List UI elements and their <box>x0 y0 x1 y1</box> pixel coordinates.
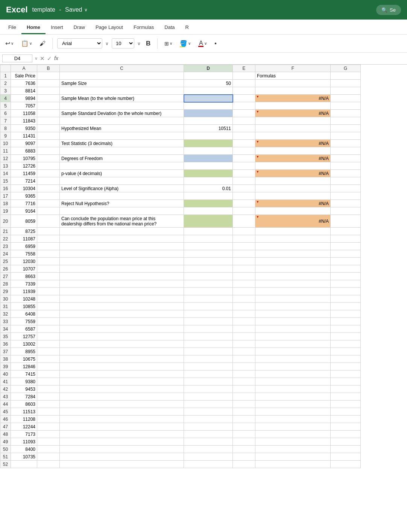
cell-a42[interactable]: 9453 <box>11 385 37 393</box>
cell-c48[interactable] <box>60 431 184 438</box>
cell-b36[interactable] <box>37 340 60 348</box>
cell-a46[interactable]: 11208 <box>11 416 37 423</box>
cell-f35[interactable] <box>255 333 331 340</box>
cell-a48[interactable]: 7173 <box>11 431 37 438</box>
row-header[interactable]: 43 <box>0 393 11 401</box>
cell-d2[interactable]: 50 <box>184 80 233 87</box>
cell-d41[interactable] <box>184 378 233 385</box>
row-header[interactable]: 48 <box>0 431 11 438</box>
cell-d46[interactable] <box>184 416 233 423</box>
cell-f4[interactable]: ▼#N/A <box>255 95 331 102</box>
cell-e4[interactable] <box>233 95 255 102</box>
cell-d43[interactable] <box>184 393 233 401</box>
cell-g51[interactable] <box>331 453 361 461</box>
cell-f9[interactable] <box>255 132 331 140</box>
cell-e25[interactable] <box>233 258 255 265</box>
paste-button[interactable]: 📋∨ <box>19 38 34 48</box>
row-header[interactable]: 51 <box>0 453 11 461</box>
row-header[interactable]: 12 <box>0 155 11 162</box>
row-header[interactable]: 21 <box>0 228 11 235</box>
col-header-f[interactable]: F <box>255 65 331 72</box>
cell-c42[interactable] <box>60 385 184 393</box>
cell-a5[interactable]: 7057 <box>11 102 37 110</box>
cell-e42[interactable] <box>233 385 255 393</box>
cell-d21[interactable] <box>184 228 233 235</box>
cell-d45[interactable] <box>184 408 233 416</box>
cell-g44[interactable] <box>331 401 361 408</box>
row-header[interactable]: 15 <box>0 177 11 185</box>
cell-d5[interactable] <box>184 102 233 110</box>
cell-a16[interactable]: 10304 <box>11 185 37 192</box>
cell-e23[interactable] <box>233 243 255 250</box>
cell-d3[interactable] <box>184 87 233 95</box>
cell-g17[interactable] <box>331 192 361 200</box>
cell-b14[interactable] <box>37 170 60 177</box>
cell-b6[interactable] <box>37 110 60 117</box>
format-painter-button[interactable]: 🖌 <box>37 39 48 48</box>
cell-b46[interactable] <box>37 416 60 423</box>
row-header[interactable]: 30 <box>0 295 11 303</box>
cell-g11[interactable] <box>331 147 361 155</box>
cell-c30[interactable] <box>60 295 184 303</box>
cell-a8[interactable]: 9350 <box>11 125 37 132</box>
row-header[interactable]: 32 <box>0 310 11 318</box>
cell-c51[interactable] <box>60 453 184 461</box>
tab-formulas[interactable]: Formulas <box>128 21 159 34</box>
cell-e36[interactable] <box>233 340 255 348</box>
cell-b49[interactable] <box>37 438 60 446</box>
cell-e17[interactable] <box>233 192 255 200</box>
cell-g3[interactable] <box>331 87 361 95</box>
cell-f33[interactable] <box>255 318 331 325</box>
cell-f44[interactable] <box>255 401 331 408</box>
cell-d24[interactable] <box>184 250 233 258</box>
cell-d32[interactable] <box>184 310 233 318</box>
cell-g16[interactable] <box>331 185 361 192</box>
cell-c33[interactable] <box>60 318 184 325</box>
cell-d6[interactable] <box>184 110 233 117</box>
row-header[interactable]: 23 <box>0 243 11 250</box>
cell-e37[interactable] <box>233 348 255 355</box>
cell-f19[interactable] <box>255 207 331 215</box>
cell-c41[interactable] <box>60 378 184 385</box>
tab-pagelayout[interactable]: Page Layout <box>90 21 128 34</box>
row-header[interactable]: 31 <box>0 303 11 310</box>
cell-e2[interactable] <box>233 80 255 87</box>
cell-f13[interactable] <box>255 162 331 170</box>
tab-file[interactable]: File <box>3 21 21 34</box>
cell-f39[interactable] <box>255 363 331 370</box>
row-header[interactable]: 38 <box>0 355 11 363</box>
cell-f2[interactable] <box>255 80 331 87</box>
cell-d29[interactable] <box>184 288 233 295</box>
row-header[interactable]: 2 <box>0 80 11 87</box>
cell-f20[interactable]: ▼#N/A <box>255 215 331 228</box>
cell-a35[interactable]: 12757 <box>11 333 37 340</box>
row-header[interactable]: 44 <box>0 401 11 408</box>
row-header[interactable]: 33 <box>0 318 11 325</box>
cell-b44[interactable] <box>37 401 60 408</box>
cell-a47[interactable]: 12244 <box>11 423 37 431</box>
cell-b38[interactable] <box>37 355 60 363</box>
cell-b7[interactable] <box>37 117 60 125</box>
cell-f5[interactable] <box>255 102 331 110</box>
cell-f28[interactable] <box>255 280 331 288</box>
cell-a19[interactable]: 9164 <box>11 207 37 215</box>
cell-b41[interactable] <box>37 378 60 385</box>
cell-a2[interactable]: 7636 <box>11 80 37 87</box>
cell-a50[interactable]: 8400 <box>11 446 37 453</box>
cell-f22[interactable] <box>255 235 331 243</box>
row-header[interactable]: 29 <box>0 288 11 295</box>
cell-g31[interactable] <box>331 303 361 310</box>
cell-e38[interactable] <box>233 355 255 363</box>
cell-a32[interactable]: 6408 <box>11 310 37 318</box>
cell-f25[interactable] <box>255 258 331 265</box>
col-header-d[interactable]: D <box>184 65 233 72</box>
cell-c17[interactable] <box>60 192 184 200</box>
row-header[interactable]: 35 <box>0 333 11 340</box>
cell-c11[interactable] <box>60 147 184 155</box>
cell-a49[interactable]: 11093 <box>11 438 37 446</box>
cell-g2[interactable] <box>331 80 361 87</box>
cell-f24[interactable] <box>255 250 331 258</box>
cell-a23[interactable]: 6959 <box>11 243 37 250</box>
row-header[interactable]: 18 <box>0 200 11 207</box>
cell-e31[interactable] <box>233 303 255 310</box>
